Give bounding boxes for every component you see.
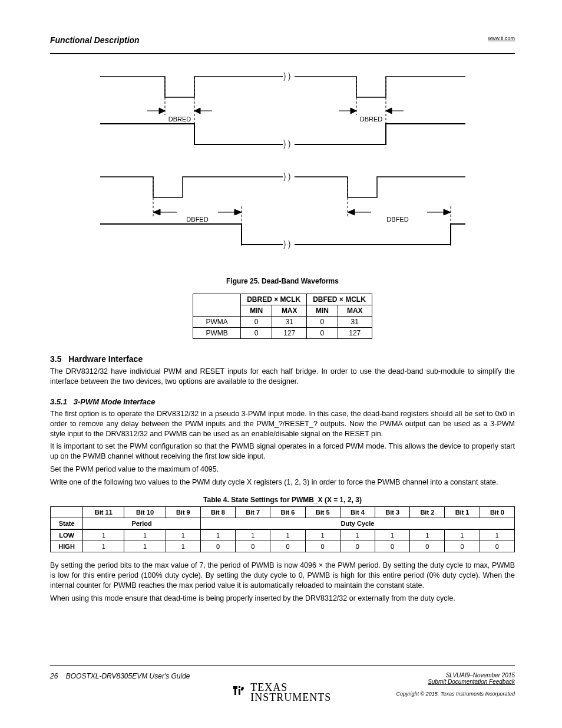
sec351-after: By setting the period bits to the max va… [50, 561, 515, 591]
header-title: Functional Description [50, 35, 140, 45]
sec351-p4: Write one of the following two values to… [50, 477, 515, 487]
header-link[interactable]: www.ti.com [488, 35, 515, 41]
dbred-2: DBRED [359, 116, 382, 123]
svg-marker-17 [153, 209, 160, 215]
db-table: DBRED × MCLK DBFED × MCLK MIN MAX MIN MA… [193, 294, 372, 339]
sec-3-5-1-heading: 3.5.1 3-PWM Mode Interface [50, 397, 515, 406]
state-table-group: State Period Duty Cycle [51, 518, 515, 529]
db-row-pwma: PWMA 0 31 0 31 [193, 317, 372, 328]
sec351-p2: It is important to set the PWM configura… [50, 442, 515, 462]
figure-caption: Figure 25. Dead-Band Waveforms [50, 277, 515, 285]
db-sub-min1: MIN [241, 305, 272, 317]
state-table-bits: Bit 11 Bit 10 Bit 9 Bit 8 Bit 7 Bit 6 Bi… [51, 506, 515, 518]
svg-marker-9 [351, 108, 356, 114]
ti-logo: TEXAS INSTRUMENTS [0, 683, 562, 703]
sec-3-5-heading: 3.5 Hardware Interface [50, 354, 515, 364]
footer-rule [50, 665, 515, 666]
page-number: 26 BOOSTXL-DRV8305EVM User's Guide [50, 672, 190, 680]
table4-caption: Table 4. State Settings for PWMB_X (X = … [50, 496, 515, 504]
ti-logo-icon [231, 684, 246, 699]
timing-svg: PWMA PWMB [94, 65, 471, 271]
svg-marker-11 [386, 108, 392, 114]
sec351-p1: The first option is to operate the DRV83… [50, 409, 515, 439]
db-col-dbred: DBRED × MCLK [241, 294, 307, 305]
db-col-dbfed: DBFED × MCLK [307, 294, 372, 305]
sec-3-5-para: The DRV8312/32 have individual PWM and R… [50, 367, 515, 387]
svg-marker-21 [348, 209, 355, 215]
sec351-last: When using this mode ensure that dead-ti… [50, 594, 515, 604]
state-row-high: HIGH 1 1 1 0 0 0 0 0 0 0 0 0 [51, 541, 515, 552]
svg-marker-23 [444, 209, 451, 215]
header-right: www.ti.com [488, 35, 515, 42]
page-header: Functional Description www.ti.com [50, 35, 515, 54]
sec351-p3: Set the PWM period value to the maximum … [50, 465, 515, 475]
timing-figure: PWMA PWMB [94, 65, 471, 271]
state-table: Bit 11 Bit 10 Bit 9 Bit 8 Bit 7 Bit 6 Bi… [50, 506, 515, 552]
dbfed-2: DBFED [386, 216, 408, 223]
page: Functional Description www.ti.com PWMA P… [0, 0, 562, 728]
svg-marker-19 [234, 209, 242, 215]
db-sub-max1: MAX [272, 305, 307, 317]
dbfed-1: DBFED [186, 216, 208, 223]
db-row-pwmb: PWMB 0 127 0 127 [193, 328, 372, 339]
svg-marker-5 [159, 108, 165, 114]
state-row-low: LOW 1 1 1 1 1 1 1 1 1 1 1 1 [51, 529, 515, 541]
dbred-1: DBRED [168, 116, 191, 123]
db-sub-max2: MAX [338, 305, 372, 317]
db-sub-min2: MIN [307, 305, 338, 317]
svg-marker-7 [194, 108, 200, 114]
